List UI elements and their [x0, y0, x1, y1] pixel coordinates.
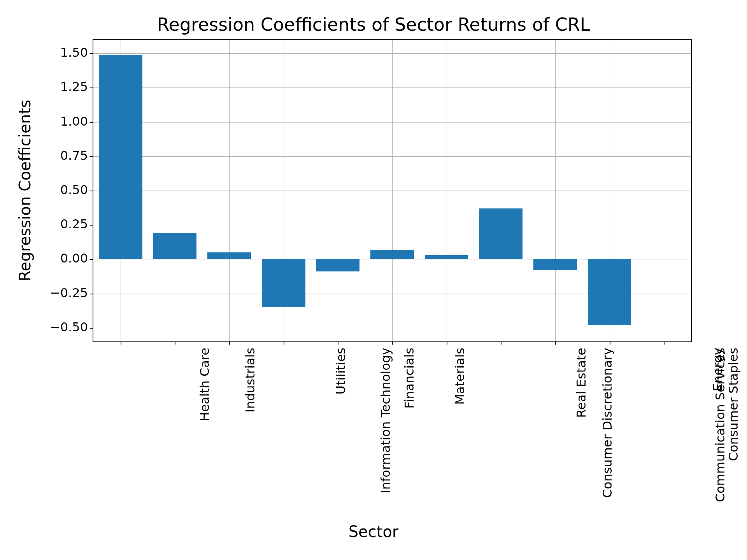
bar	[425, 255, 468, 259]
xtick-label: Information Technology	[378, 348, 393, 494]
xtick-label: Energy	[710, 348, 725, 391]
ytick-mark	[90, 53, 93, 54]
bar	[262, 259, 305, 307]
ytick-mark	[90, 294, 93, 294]
gridline-v	[175, 40, 175, 341]
y-axis-label: Regression Coefficients	[16, 100, 34, 282]
xtick-mark	[392, 341, 393, 345]
ytick-label: 1.50	[41, 45, 88, 60]
ytick-label: 0.75	[41, 148, 88, 163]
xtick-mark	[447, 341, 447, 345]
xtick-label: Financials	[402, 348, 417, 409]
xtick-mark	[501, 341, 502, 345]
gridline-v	[501, 40, 501, 341]
ytick-label: −0.50	[41, 320, 88, 334]
ytick-mark	[90, 88, 93, 88]
bar	[207, 252, 251, 259]
ytick-label: 1.25	[41, 79, 88, 94]
xtick-mark	[555, 341, 556, 345]
ytick-mark	[90, 259, 93, 260]
bar	[588, 259, 631, 325]
ytick-mark	[90, 225, 93, 226]
bar	[370, 250, 414, 259]
xtick-label: Industrials	[243, 348, 258, 413]
xtick-mark	[175, 341, 175, 345]
xtick-mark	[121, 341, 121, 345]
ytick-mark	[90, 191, 93, 191]
xtick-label: Utilities	[333, 348, 348, 394]
bar	[316, 259, 360, 271]
ytick-label: −0.25	[41, 285, 88, 300]
x-axis-label: Sector	[0, 523, 747, 541]
xtick-label: Real Estate	[574, 348, 589, 418]
bar	[153, 233, 197, 259]
ytick-mark	[90, 156, 93, 157]
gridline-v	[229, 40, 230, 341]
ytick-label: 0.00	[41, 251, 88, 266]
gridline-v	[664, 40, 664, 341]
xtick-mark	[229, 341, 230, 345]
chart-canvas: Regression Coefficients of Sector Return…	[0, 0, 747, 560]
ytick-label: 0.50	[41, 182, 88, 197]
gridline-v	[338, 40, 338, 341]
xtick-label: Materials	[452, 348, 467, 405]
gridline-v	[555, 40, 556, 341]
xtick-label: Consumer Discretionary	[600, 348, 615, 498]
xtick-mark	[284, 341, 284, 345]
xtick-label: Consumer Staples	[726, 348, 741, 461]
gridline-v	[447, 40, 447, 341]
bar	[479, 208, 523, 259]
gridline-v	[392, 40, 393, 341]
bar	[533, 259, 577, 270]
xtick-label: Health Care	[197, 348, 212, 421]
xtick-mark	[338, 341, 338, 345]
chart-title: Regression Coefficients of Sector Return…	[0, 14, 747, 35]
ytick-mark	[90, 328, 93, 329]
plot-area	[93, 39, 692, 342]
xtick-mark	[610, 341, 610, 345]
bar	[99, 55, 142, 259]
ytick-mark	[90, 122, 93, 123]
ytick-label: 1.00	[41, 114, 88, 129]
ytick-label: 0.25	[41, 217, 88, 231]
xtick-mark	[664, 341, 665, 345]
